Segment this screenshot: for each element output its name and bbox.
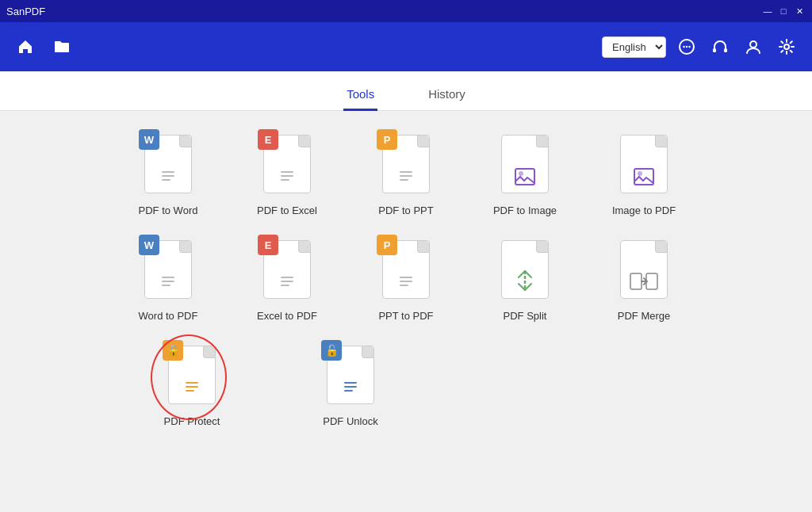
settings-button[interactable] [774, 34, 799, 59]
tool-pdf-protect[interactable]: 🔒 PDF Protect [152, 346, 232, 427]
tab-history[interactable]: History [425, 79, 469, 111]
pdf-to-ppt-doc: P [382, 135, 430, 193]
user-icon [745, 38, 762, 55]
pdf-protect-doc: 🔒 [168, 346, 216, 404]
pdf-unlock-label: PDF Unlock [323, 415, 377, 427]
tool-excel-to-pdf[interactable]: E Excel to PDF [247, 240, 327, 322]
img2pdf-body-icon [631, 166, 657, 188]
svg-rect-32 [646, 273, 657, 289]
ppt-to-pdf-body-icon [395, 271, 417, 293]
ppt-to-pdf-label: PPT to PDF [378, 310, 433, 322]
title-bar: SanPDF — □ ✕ [0, 0, 812, 22]
language-select[interactable]: English 中文 [602, 36, 666, 58]
tools-row-3: 🔒 PDF Protect 🔓 [32, 346, 780, 427]
pdf-to-image-doc [501, 135, 549, 193]
pdf-to-word-doc: W [144, 135, 192, 193]
merge-body-icon [629, 269, 659, 293]
headset-button[interactable] [707, 34, 733, 59]
svg-point-20 [638, 171, 642, 176]
tool-image-to-pdf[interactable]: Image to PDF [604, 135, 684, 216]
close-button[interactable]: ✕ [793, 5, 806, 17]
pdf-split-icon-wrap [498, 240, 552, 304]
tools-grid: W PDF to Word E [32, 127, 780, 435]
pdf-to-word-icon-wrap: W [141, 135, 195, 198]
user-button[interactable] [741, 34, 766, 59]
svg-point-2 [686, 46, 688, 48]
tools-row-2: W Word to PDF E [32, 240, 780, 322]
svg-point-1 [683, 46, 684, 48]
word-to-pdf-badge: W [139, 235, 159, 255]
word-to-pdf-body-icon [157, 271, 179, 293]
tools-row-1: W PDF to Word E [32, 135, 780, 216]
header-right: English 中文 [602, 34, 799, 59]
unlock-badge: 🔓 [321, 340, 342, 361]
tool-pdf-to-image[interactable]: PDF to Image [485, 135, 565, 216]
ppt-to-pdf-doc: P [382, 240, 430, 299]
pdf-to-excel-label: PDF to Excel [257, 204, 317, 216]
tab-tools[interactable]: Tools [343, 79, 377, 111]
excel-to-pdf-doc: E [263, 240, 311, 299]
excel-badge: E [258, 129, 278, 150]
pdf-to-excel-doc: E [263, 135, 311, 193]
split-body-icon [511, 268, 539, 293]
settings-icon [778, 38, 795, 55]
ppt-badge: P [377, 129, 397, 150]
svg-rect-17 [515, 169, 534, 185]
word-to-pdf-label: Word to PDF [139, 310, 198, 322]
pdf-to-excel-icon-wrap: E [260, 135, 314, 198]
svg-rect-4 [713, 48, 716, 52]
tab-bar: Tools History [0, 71, 812, 111]
app-title: SanPDF [6, 6, 45, 17]
pdf-merge-icon-wrap [617, 240, 671, 304]
ppt-body-icon [395, 166, 417, 188]
main-content: W PDF to Word E [0, 111, 812, 512]
tool-pdf-unlock[interactable]: 🔓 PDF Unlock [311, 346, 390, 427]
ppt-to-pdf-badge: P [377, 235, 397, 255]
image-body-icon [512, 166, 538, 188]
pdf-split-doc [501, 240, 549, 299]
pdf-to-ppt-icon-wrap: P [379, 135, 433, 198]
minimize-button[interactable]: — [761, 5, 774, 17]
svg-point-3 [688, 46, 690, 48]
word-to-pdf-doc: W [144, 240, 192, 299]
open-folder-button[interactable] [49, 34, 75, 59]
tool-word-to-pdf[interactable]: W Word to PDF [128, 240, 208, 322]
chat-icon [678, 38, 695, 55]
home-button[interactable] [13, 34, 38, 59]
tool-pdf-to-word[interactable]: W PDF to Word [128, 135, 208, 216]
image-to-pdf-doc [620, 135, 668, 193]
excel-to-pdf-icon-wrap: E [260, 240, 314, 304]
header-bar: English 中文 [0, 22, 812, 71]
tool-pdf-to-excel[interactable]: E PDF to Excel [247, 135, 327, 216]
pdf-unlock-icon-wrap: 🔓 [324, 346, 377, 409]
tool-pdf-to-ppt[interactable]: P PDF to PPT [366, 135, 446, 216]
title-bar-left: SanPDF [6, 6, 45, 17]
unlock-body-icon [339, 376, 362, 399]
excel-to-pdf-badge: E [258, 235, 278, 255]
pdf-unlock-doc: 🔓 [327, 346, 374, 404]
ppt-to-pdf-icon-wrap: P [379, 240, 433, 304]
chat-button[interactable] [674, 34, 699, 59]
home-icon [17, 38, 34, 55]
maximize-button[interactable]: □ [777, 5, 790, 17]
pdf-to-word-label: PDF to Word [139, 204, 198, 216]
image-to-pdf-label: Image to PDF [612, 204, 676, 216]
svg-rect-19 [634, 169, 653, 185]
pdf-to-image-label: PDF to Image [493, 204, 557, 216]
svg-point-7 [784, 44, 789, 49]
header-left [13, 34, 75, 59]
image-to-pdf-icon-wrap [617, 135, 671, 198]
svg-point-18 [519, 171, 523, 176]
pdf-protect-label: PDF Protect [164, 415, 220, 427]
folder-icon [53, 38, 71, 55]
tool-pdf-merge[interactable]: PDF Merge [604, 240, 684, 322]
protect-badge: 🔒 [163, 340, 183, 361]
tool-ppt-to-pdf[interactable]: P PPT to PDF [366, 240, 446, 322]
pdf-to-ppt-label: PDF to PPT [378, 204, 433, 216]
tool-pdf-split[interactable]: PDF Split [485, 240, 565, 322]
svg-rect-31 [630, 273, 642, 289]
protect-body-icon [181, 376, 203, 399]
svg-rect-5 [724, 48, 727, 52]
pdf-protect-icon-wrap: 🔒 [165, 346, 219, 409]
pdf-merge-doc [620, 240, 668, 299]
